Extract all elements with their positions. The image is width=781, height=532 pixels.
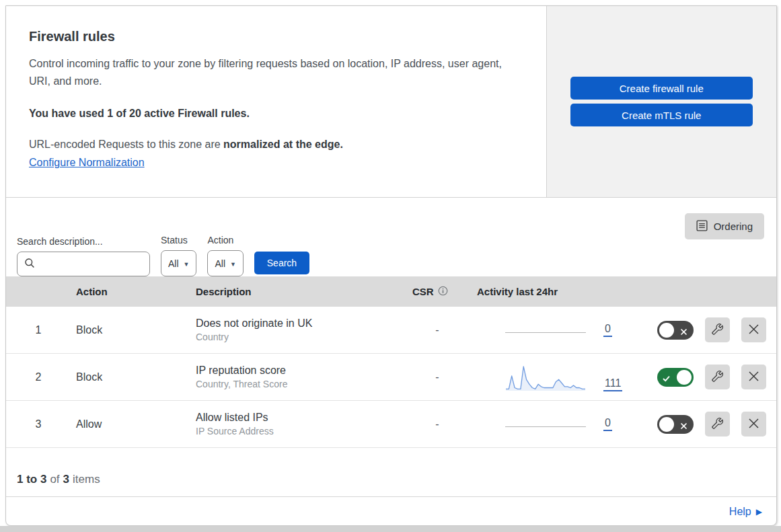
edit-rule-button[interactable] [705, 412, 730, 436]
rule-criteria: Country [196, 332, 407, 342]
rule-priority: 3 [6, 418, 71, 430]
rule-criteria: Country, Threat Score [196, 379, 407, 389]
edit-rule-button[interactable] [705, 317, 730, 342]
search-button[interactable]: Search [254, 252, 309, 274]
rule-action: Block [71, 371, 190, 383]
activity-count-link[interactable]: 0 [603, 417, 612, 431]
top-section: Firewall rules Control incoming traffic … [6, 6, 776, 198]
toggle-knob [659, 323, 674, 338]
activity-sparkline-chart [505, 363, 586, 391]
help-bar: Help ▶ [6, 497, 776, 526]
rule-action: Block [71, 324, 190, 336]
toggle-knob [677, 370, 692, 385]
page-description: Control incoming traffic to your zone by… [29, 55, 507, 90]
firewall-rules-card: Firewall rules Control incoming traffic … [5, 5, 777, 526]
check-icon [663, 373, 670, 385]
rule-enabled-toggle[interactable] [657, 415, 694, 434]
rule-enabled-toggle[interactable] [657, 321, 694, 340]
delete-rule-button[interactable] [741, 317, 766, 342]
pagination-summary: 1 to 3 of 3 items [6, 448, 776, 497]
status-select[interactable]: All ▼ [161, 250, 196, 276]
action-label: Action [207, 235, 243, 245]
close-icon [748, 324, 759, 337]
info-icon[interactable] [438, 286, 448, 298]
rule-description: Does not originate in UK [196, 317, 407, 330]
x-icon [680, 326, 687, 338]
activity-sparkline-flat [505, 426, 586, 427]
rule-csr-value: - [407, 371, 468, 383]
rule-priority: 1 [6, 324, 71, 336]
action-select[interactable]: All ▼ [207, 250, 243, 276]
ordering-button[interactable]: Ordering [685, 213, 764, 239]
filter-bar: Search description... Status All ▼ [6, 198, 776, 276]
page-title: Firewall rules [29, 29, 517, 44]
rule-description: IP reputation score [196, 365, 407, 377]
help-link[interactable]: Help ▶ [729, 506, 762, 518]
ordering-icon [696, 220, 708, 233]
toggle-knob [659, 417, 674, 432]
configure-normalization-link[interactable]: Configure Normalization [29, 157, 145, 168]
rule-priority: 2 [6, 371, 71, 383]
table-header-row: Action Description CSR Activity last 24h… [6, 276, 776, 307]
close-icon [748, 371, 759, 384]
chevron-down-icon: ▼ [184, 261, 190, 268]
rule-action: Allow [71, 418, 190, 430]
close-icon [748, 418, 759, 431]
rule-csr-value: - [407, 324, 468, 336]
search-icon [24, 258, 35, 271]
status-label: Status [161, 235, 196, 245]
activity-count-link[interactable]: 111 [603, 377, 622, 391]
delete-rule-button[interactable] [741, 412, 766, 436]
firewall-rules-page: Firewall rules Control incoming traffic … [0, 0, 781, 532]
column-header-action: Action [71, 286, 190, 297]
create-mtls-rule-button[interactable]: Create mTLS rule [570, 104, 753, 126]
wrench-icon [712, 324, 723, 337]
column-header-description: Description [190, 286, 407, 297]
actions-panel: Create firewall rule Create mTLS rule [546, 6, 776, 197]
edit-rule-button[interactable] [705, 365, 730, 389]
table-row: 3 Allow Allow listed IPs IP Source Addre… [6, 401, 776, 448]
activity-sparkline-flat [505, 332, 586, 333]
wrench-icon [712, 371, 723, 384]
column-header-activity: Activity last 24hr [468, 286, 644, 297]
create-firewall-rule-button[interactable]: Create firewall rule [570, 77, 753, 100]
search-label: Search description... [17, 236, 150, 247]
rule-csr-value: - [407, 418, 468, 430]
usage-summary: You have used 1 of 20 active Firewall ru… [29, 108, 517, 120]
rule-enabled-toggle[interactable] [657, 368, 694, 387]
table-row: 1 Block Does not originate in UK Country… [6, 307, 776, 354]
normalization-note: URL-encoded Requests to this zone are no… [29, 139, 517, 151]
table-row: 2 Block IP reputation score Country, Thr… [6, 354, 776, 401]
delete-rule-button[interactable] [741, 365, 766, 389]
chevron-down-icon: ▼ [230, 261, 236, 268]
wrench-icon [712, 418, 723, 431]
search-input[interactable] [35, 259, 157, 270]
help-arrow-icon: ▶ [756, 507, 762, 517]
page-background-strip [0, 526, 781, 532]
x-icon [680, 420, 687, 432]
intro-section: Firewall rules Control incoming traffic … [6, 6, 546, 197]
activity-count-link[interactable]: 0 [603, 323, 612, 337]
column-header-csr: CSR [407, 286, 468, 298]
rule-description: Allow listed IPs [196, 412, 407, 424]
rules-table: Action Description CSR Activity last 24h… [6, 276, 776, 448]
search-box[interactable] [17, 252, 150, 276]
rule-criteria: IP Source Address [196, 426, 407, 436]
